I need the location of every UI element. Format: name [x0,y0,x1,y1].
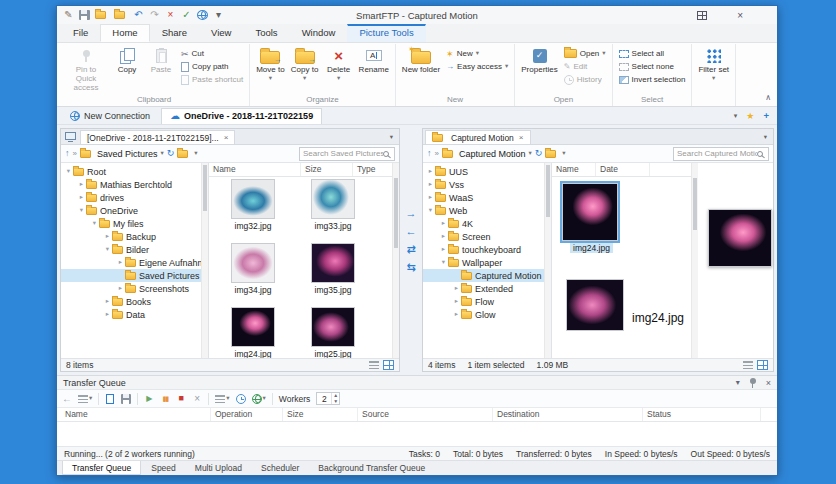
column-header-name[interactable]: Name [552,163,596,176]
bottom-tab-scheduler[interactable]: Scheduler [252,461,308,475]
connection-tab-new[interactable]: New Connection [62,108,158,124]
view-options-icon[interactable]: ▾ [215,392,229,406]
search-icon[interactable] [383,151,389,157]
expander-icon[interactable]: ▸ [116,259,125,266]
redo-icon[interactable]: ↷ [149,9,160,22]
start-icon[interactable]: ▶ [144,392,154,406]
up-icon[interactable]: ↑ [427,149,432,158]
computer-icon[interactable] [65,132,76,140]
left-tree-item-backup[interactable]: ▸Backup [61,230,208,243]
move-to-button[interactable]: → Move to ▾ [254,45,286,82]
undo-icon[interactable]: ↶ [133,9,144,22]
easy-access-button[interactable]: →Easy access▾ [444,60,510,73]
list-view-icon[interactable] [369,361,379,369]
left-pane-tab[interactable]: [OneDrive - 2018-11-21T022159]... × [80,130,235,144]
right-tree-item-captured-motion[interactable]: Captured Motion [423,269,551,282]
bottom-tab-multi-upload[interactable]: Multi Upload [186,461,251,475]
select-none-button[interactable]: Select none [617,60,688,73]
history-button[interactable]: History [562,73,608,86]
rename-button[interactable]: Rename [357,45,391,74]
column-header-name[interactable]: Name [61,408,211,421]
expander-icon[interactable]: ▸ [103,298,112,305]
file-item-img24-jpg[interactable]: img24.jpg [213,307,293,358]
right-tree-item-flow[interactable]: ▸Flow [423,295,551,308]
search-icon[interactable] [757,151,763,157]
right-tree-item-vss[interactable]: ▸Vss [423,178,551,191]
globe-icon[interactable] [197,10,208,20]
folder-menu-icon[interactable] [545,150,556,158]
expander-icon[interactable]: ▸ [452,311,461,318]
workers-stepper[interactable]: 2 ▲▼ [316,392,340,405]
expander-icon[interactable]: ▸ [426,168,435,175]
copy-button[interactable]: Copy [111,45,143,74]
folder-menu-icon[interactable] [177,150,188,158]
file-item-selected[interactable]: img24.jpg [552,183,698,253]
expander-icon[interactable]: ▾ [439,259,448,266]
right-tree-item-waas[interactable]: ▸WaaS [423,191,551,204]
schedule-icon[interactable] [236,392,246,406]
ribbon-tab-share[interactable]: Share [150,24,199,42]
list-scrollbar[interactable] [691,163,698,358]
pause-icon[interactable]: ▮▮ [160,392,170,406]
tab-list-icon[interactable]: ▾ [760,133,771,144]
filter-set-button[interactable]: Filter set ▾ [696,45,731,82]
toolbar-menu-icon[interactable]: ▾ [213,9,224,22]
edit-icon[interactable]: ✎ [63,9,74,22]
refresh-icon[interactable]: ↻ [535,149,543,158]
sync-icon[interactable]: ⇄ [406,244,415,255]
address-path[interactable]: Saved Pictures [97,149,158,159]
ribbon-tab-picture-tools[interactable]: Picture Tools [347,24,425,42]
bottom-tab-background-transfer-queue[interactable]: Background Transfer Queue [309,461,434,475]
expander-icon[interactable]: ▸ [439,233,448,240]
expander-icon[interactable]: ▸ [426,194,435,201]
connection-list-icon[interactable]: ▾ [734,112,738,120]
close-tab-icon[interactable]: × [224,133,229,142]
pin-panel-icon[interactable] [750,378,756,384]
remove-icon[interactable]: × [192,392,202,406]
file-thumbnail[interactable] [566,279,624,331]
close-tab-icon[interactable]: × [519,133,524,142]
file-item-img25-jpg[interactable]: img25.jpg [293,307,373,358]
column-header-type[interactable]: Type [353,163,397,176]
search-input[interactable] [677,149,757,158]
connections-icon[interactable]: ▾ [252,392,266,406]
list-view-icon[interactable] [743,361,753,369]
right-tree-item-uus[interactable]: ▸UUS [423,165,551,178]
expander-icon[interactable]: ▾ [103,246,112,253]
column-header-name[interactable]: Name [209,163,301,176]
tree-scrollbar[interactable] [201,163,208,358]
expander-icon[interactable]: ▸ [452,285,461,292]
expander-icon[interactable]: ▸ [116,285,125,292]
restore-window-icon[interactable] [697,11,707,20]
refresh-icon[interactable]: ↻ [167,149,175,158]
left-tree-item-onedrive[interactable]: ▾OneDrive [61,204,208,217]
compare-icon[interactable]: ⇆ [406,262,415,273]
open-folder-icon[interactable] [114,11,125,19]
address-dropdown-icon[interactable]: ▾ [529,150,532,157]
edit-button[interactable]: ✎Edit [562,60,608,73]
right-tree-item-4k[interactable]: ▸4K [423,217,551,230]
pin-to-quick-access-button[interactable]: Pin to Quick access [63,45,109,93]
right-tree-item-web[interactable]: ▾Web [423,204,551,217]
file-item-img33-jpg[interactable]: img33.jpg [293,179,373,241]
check-icon[interactable]: ✓ [181,9,192,22]
ribbon-tab-tools[interactable]: Tools [243,24,289,42]
address-dropdown-icon[interactable]: ▾ [160,150,163,157]
copy-path-button[interactable]: Copy path [179,60,245,73]
thumbnail-view-icon[interactable] [383,360,394,370]
copy-to-button[interactable]: → Copy to ▾ [289,45,321,82]
ribbon-tab-view[interactable]: View [199,24,243,42]
left-tree-item-root[interactable]: ▾Root [61,165,208,178]
invert-selection-button[interactable]: Invert selection [617,73,688,86]
save-icon[interactable] [79,10,90,20]
right-tree-item-touchkeyboard[interactable]: ▸touchkeyboard [423,243,551,256]
thumbnail-view-icon[interactable] [757,360,768,370]
back-icon[interactable]: ← [62,392,72,406]
expander-icon[interactable]: ▸ [103,233,112,240]
bottom-tab-speed[interactable]: Speed [142,461,185,475]
expander-icon[interactable]: ▸ [439,220,448,227]
collapse-ribbon-icon[interactable]: ∧ [765,93,771,102]
expander-icon[interactable]: ▸ [452,298,461,305]
bottom-tab-transfer-queue[interactable]: Transfer Queue [62,461,141,475]
expander-icon[interactable]: ▸ [426,181,435,188]
